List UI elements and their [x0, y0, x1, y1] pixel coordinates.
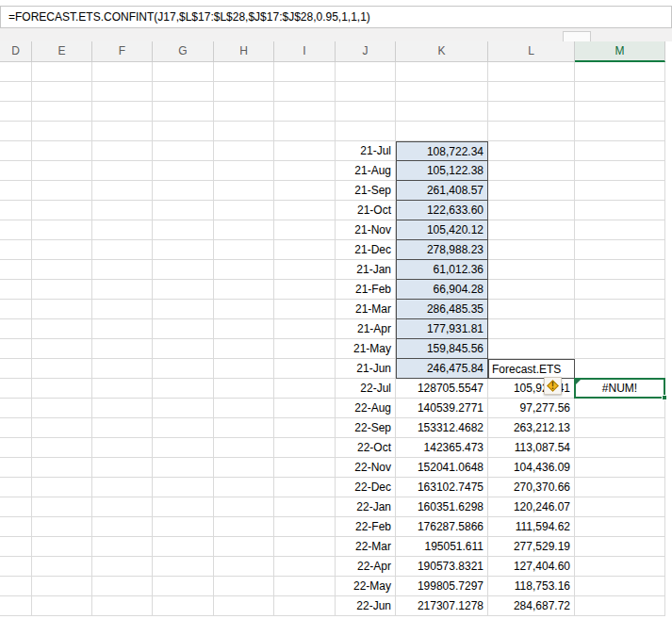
cell-D22[interactable]	[0, 478, 32, 497]
cell-J7[interactable]: 21-Sep	[336, 181, 396, 201]
cell-K6[interactable]: 105,122.38	[396, 161, 488, 181]
cell-J25[interactable]: 22-Mar	[336, 537, 396, 557]
cell-J6[interactable]: 21-Aug	[336, 161, 396, 181]
cell-H21[interactable]	[214, 458, 274, 478]
cell-H20[interactable]	[214, 438, 274, 458]
cell-G22[interactable]	[153, 478, 214, 497]
cell-E2[interactable]	[32, 82, 92, 102]
cell-D17[interactable]	[0, 379, 32, 399]
cell-I3[interactable]	[274, 102, 336, 122]
cell-M28[interactable]	[575, 596, 665, 616]
cell-H12[interactable]	[214, 280, 274, 300]
cell-L5[interactable]	[488, 141, 575, 161]
cell-J11[interactable]: 21-Jan	[336, 260, 396, 280]
cell-I14[interactable]	[274, 319, 336, 339]
cell-J13[interactable]: 21-Mar	[336, 300, 396, 319]
cell-D7[interactable]	[0, 181, 32, 201]
cell-I17[interactable]	[274, 379, 336, 399]
cell-E11[interactable]	[32, 260, 92, 280]
cell-F9[interactable]	[92, 220, 153, 240]
cell-L23[interactable]: 120,246.07	[488, 497, 575, 517]
cell-G27[interactable]	[153, 577, 214, 596]
cell-I22[interactable]	[274, 478, 336, 497]
cell-K12[interactable]: 66,904.28	[396, 280, 488, 300]
cell-D1[interactable]	[0, 62, 32, 82]
cell-F23[interactable]	[92, 497, 153, 517]
cell-G16[interactable]	[153, 359, 214, 379]
cell-L18[interactable]: 97,277.56	[488, 399, 575, 418]
cell-J8[interactable]: 21-Oct	[336, 201, 396, 220]
cell-L2[interactable]	[488, 82, 575, 102]
cell-L9[interactable]	[488, 220, 575, 240]
cell-E23[interactable]	[32, 497, 92, 517]
cell-L8[interactable]	[488, 201, 575, 220]
cell-D21[interactable]	[0, 458, 32, 478]
column-header-G[interactable]: G	[153, 41, 214, 62]
cell-E17[interactable]	[32, 379, 92, 399]
cell-H18[interactable]	[214, 399, 274, 418]
cell-I7[interactable]	[274, 181, 336, 201]
cell-G5[interactable]	[153, 141, 214, 161]
cell-D23[interactable]	[0, 497, 32, 517]
cell-D27[interactable]	[0, 577, 32, 596]
cell-H1[interactable]	[214, 62, 274, 82]
cell-M24[interactable]	[575, 517, 665, 537]
cell-F6[interactable]	[92, 161, 153, 181]
cell-J17[interactable]: 22-Jul	[336, 379, 396, 399]
cell-L7[interactable]	[488, 181, 575, 201]
cell-I13[interactable]	[274, 300, 336, 319]
cell-L15[interactable]	[488, 339, 575, 359]
cell-K15[interactable]: 159,845.56	[396, 339, 488, 359]
cell-L17[interactable]: 105,921.41	[488, 379, 575, 399]
cell-K25[interactable]: 195051.611	[396, 537, 488, 557]
cell-K19[interactable]: 153312.4682	[396, 418, 488, 438]
cell-F19[interactable]	[92, 418, 153, 438]
cell-L10[interactable]	[488, 240, 575, 260]
cell-L22[interactable]: 270,370.66	[488, 478, 575, 497]
cell-F12[interactable]	[92, 280, 153, 300]
cell-E7[interactable]	[32, 181, 92, 201]
cell-K5[interactable]: 108,722.34	[396, 141, 488, 161]
cell-G3[interactable]	[153, 102, 214, 122]
cell-F26[interactable]	[92, 557, 153, 577]
cell-K18[interactable]: 140539.2771	[396, 399, 488, 418]
cell-E19[interactable]	[32, 418, 92, 438]
cell-G2[interactable]	[153, 82, 214, 102]
cell-E10[interactable]	[32, 240, 92, 260]
column-header-L[interactable]: L	[488, 41, 575, 62]
cell-D14[interactable]	[0, 319, 32, 339]
cell-F18[interactable]	[92, 399, 153, 418]
cell-D16[interactable]	[0, 359, 32, 379]
cell-H15[interactable]	[214, 339, 274, 359]
cell-M5[interactable]	[575, 141, 665, 161]
cell-K14[interactable]: 177,931.81	[396, 319, 488, 339]
column-header-K[interactable]: K	[396, 41, 488, 62]
cell-E4[interactable]	[32, 122, 92, 141]
cell-J14[interactable]: 21-Apr	[336, 319, 396, 339]
cell-G9[interactable]	[153, 220, 214, 240]
cell-M10[interactable]	[575, 240, 665, 260]
cell-G26[interactable]	[153, 557, 214, 577]
cell-E6[interactable]	[32, 161, 92, 181]
cell-K7[interactable]: 261,408.57	[396, 181, 488, 201]
cell-G15[interactable]	[153, 339, 214, 359]
cell-F16[interactable]	[92, 359, 153, 379]
cell-F25[interactable]	[92, 537, 153, 557]
cell-H11[interactable]	[214, 260, 274, 280]
cell-H8[interactable]	[214, 201, 274, 220]
cell-H13[interactable]	[214, 300, 274, 319]
cell-L26[interactable]: 127,404.60	[488, 557, 575, 577]
cell-L6[interactable]	[488, 161, 575, 181]
cell-M9[interactable]	[575, 220, 665, 240]
cell-M23[interactable]	[575, 497, 665, 517]
cell-F24[interactable]	[92, 517, 153, 537]
cell-L24[interactable]: 111,594.62	[488, 517, 575, 537]
cell-D20[interactable]	[0, 438, 32, 458]
cell-E28[interactable]	[32, 596, 92, 616]
cell-E1[interactable]	[32, 62, 92, 82]
cell-G14[interactable]	[153, 319, 214, 339]
cell-D12[interactable]	[0, 280, 32, 300]
cell-M25[interactable]	[575, 537, 665, 557]
cell-K26[interactable]: 190573.8321	[396, 557, 488, 577]
cell-K24[interactable]: 176287.5866	[396, 517, 488, 537]
